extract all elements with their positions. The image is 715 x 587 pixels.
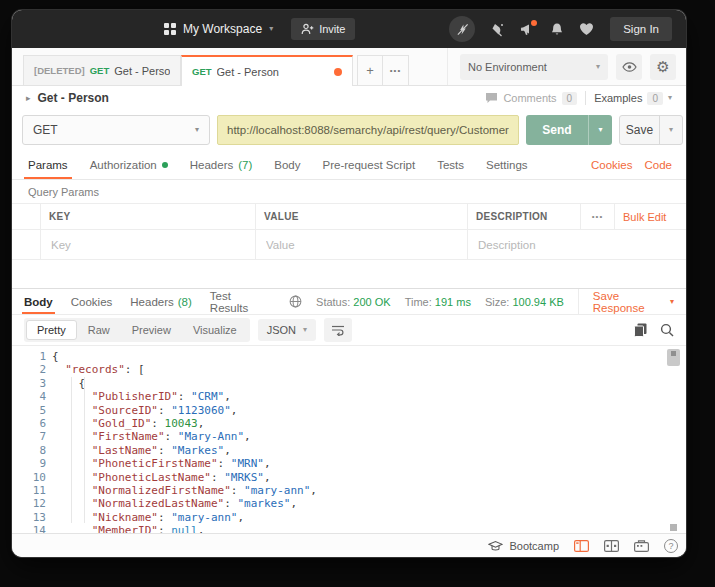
save-button[interactable]: Save — [620, 116, 659, 144]
comment-icon — [485, 92, 498, 104]
environment-selected-label: No Environment — [468, 61, 547, 73]
request-subtabs: Params Authorization Headers(7) Body Pre… — [12, 150, 686, 180]
chevron-down-icon: ▾ — [596, 63, 600, 71]
tab-title: Get - Person — [217, 66, 279, 78]
view-mode-pretty[interactable]: Pretty — [26, 320, 77, 340]
person-add-icon — [301, 23, 314, 35]
notification-dot — [531, 20, 537, 26]
code-line: 1{ — [12, 350, 686, 363]
invite-button[interactable]: Invite — [291, 18, 355, 40]
sign-in-button[interactable]: Sign In — [610, 17, 672, 41]
line-number: 13 — [12, 511, 52, 524]
sync-disabled-icon[interactable] — [449, 16, 475, 42]
tab-label: Authorization — [90, 159, 157, 171]
tab-pre-request-script[interactable]: Pre-request Script — [323, 150, 416, 179]
chevron-down-icon: ▾ — [670, 298, 674, 306]
response-tab-cookies[interactable]: Cookies — [71, 289, 113, 314]
environment-settings-button[interactable]: ⚙ — [650, 54, 676, 80]
bootcamp-button[interactable]: Bootcamp — [488, 540, 559, 552]
satellite-icon[interactable] — [490, 22, 505, 37]
environment-bar: No Environment ▾ ⚙ — [447, 48, 686, 85]
indent-guide — [71, 377, 72, 523]
request-tab-deleted[interactable]: [DELETED] GET Get - Person — [23, 55, 181, 85]
search-response-button[interactable] — [660, 323, 674, 337]
send-options-button[interactable]: ▾ — [588, 115, 612, 145]
code-line: 7 "FirstName": "Mary-Ann", — [12, 430, 686, 443]
tab-params[interactable]: Params — [28, 150, 68, 179]
response-body-editor[interactable]: 1{2 "records": [3 {4 "PublisherID": "CRM… — [12, 345, 686, 533]
tab-label: Settings — [486, 159, 528, 171]
split-pane-view-button[interactable] — [604, 540, 619, 552]
collapse-caret-icon[interactable]: ▸ — [26, 93, 31, 103]
workspace-switcher[interactable]: My Workspace ▾ — [164, 22, 273, 36]
help-icon[interactable]: ? — [664, 539, 678, 553]
tab-label: Cookies — [71, 296, 113, 308]
response-tab-test-results[interactable]: Test Results — [210, 289, 271, 314]
view-mode-preview[interactable]: Preview — [121, 320, 182, 340]
bulk-edit-link[interactable]: Bulk Edit — [623, 211, 666, 223]
code-link[interactable]: Code — [645, 159, 673, 171]
announcements-icon[interactable] — [520, 22, 535, 36]
scrollbar-end-button[interactable] — [670, 524, 677, 531]
request-tab-active[interactable]: GET Get - Person — [181, 55, 353, 86]
tab-headers[interactable]: Headers(7) — [190, 150, 253, 179]
save-options-button[interactable]: ▾ — [659, 116, 682, 144]
tab-body[interactable]: Body — [274, 150, 300, 179]
params-more-options-button[interactable]: ••• — [580, 204, 614, 229]
new-tab-button[interactable]: + — [357, 55, 383, 85]
tab-title: Get - Person — [114, 65, 170, 77]
wrap-lines-button[interactable] — [324, 318, 352, 342]
scrollbar-thumb[interactable] — [667, 349, 680, 366]
size-value: 100.94 KB — [512, 296, 563, 308]
examples-count: 0 — [647, 92, 663, 105]
line-number: 3 — [12, 377, 52, 390]
view-mode-visualize[interactable]: Visualize — [182, 320, 248, 340]
param-key-input[interactable] — [49, 238, 247, 252]
method-selector[interactable]: GET ▾ — [22, 115, 210, 145]
response-tab-headers[interactable]: Headers(8) — [130, 289, 192, 314]
environment-selector[interactable]: No Environment ▾ — [460, 54, 608, 80]
tab-options-button[interactable]: ••• — [383, 55, 409, 85]
environment-quick-look-button[interactable] — [616, 54, 642, 80]
tab-tests[interactable]: Tests — [437, 150, 464, 179]
method-selected-label: GET — [33, 123, 58, 137]
chevron-down-icon: ▾ — [269, 25, 273, 33]
code-line: 2 "records": [ — [12, 363, 686, 376]
bell-icon[interactable] — [550, 22, 564, 37]
eye-icon — [622, 62, 637, 72]
url-input[interactable] — [217, 115, 519, 145]
pane-gap — [12, 260, 686, 288]
vertical-scrollbar[interactable] — [667, 348, 680, 531]
heart-icon[interactable] — [579, 22, 594, 36]
globe-icon — [289, 295, 302, 308]
examples-dropdown[interactable]: Examples 0 ▾ — [594, 92, 672, 105]
size-label: Size: — [485, 296, 509, 308]
line-number: 10 — [12, 471, 52, 484]
status-bar: Bootcamp — [12, 533, 686, 557]
view-mode-raw[interactable]: Raw — [77, 320, 121, 340]
tab-label: Body — [274, 159, 300, 171]
chevron-down-icon: ▾ — [598, 126, 602, 134]
save-response-label: Save Response — [593, 290, 665, 314]
param-value-input[interactable] — [264, 238, 459, 252]
cookies-link[interactable]: Cookies — [591, 159, 633, 171]
code-line: 14 "MemberID": null, — [12, 524, 686, 533]
comments-button[interactable]: Comments 0 — [485, 92, 577, 105]
console-button[interactable] — [634, 540, 649, 552]
line-number: 9 — [12, 457, 52, 470]
copy-response-button[interactable] — [634, 323, 647, 337]
response-status: Status: 200 OK — [316, 296, 391, 308]
wrap-text-icon — [331, 324, 345, 336]
param-description-input[interactable] — [476, 238, 678, 252]
save-response-dropdown[interactable]: Save Response ▾ — [578, 289, 674, 314]
bootcamp-label: Bootcamp — [509, 540, 559, 552]
tab-settings[interactable]: Settings — [486, 150, 528, 179]
two-pane-view-button[interactable] — [574, 540, 589, 552]
response-tab-body[interactable]: Body — [24, 289, 53, 314]
postman-window: My Workspace ▾ Invite — [12, 10, 686, 557]
tab-authorization[interactable]: Authorization — [90, 150, 168, 179]
response-tabs-row: Body Cookies Headers(8) Test Results Sta… — [12, 288, 686, 315]
code-line: 3 { — [12, 377, 686, 390]
response-format-selector[interactable]: JSON ▾ — [258, 319, 316, 341]
send-button[interactable]: Send — [526, 115, 588, 145]
